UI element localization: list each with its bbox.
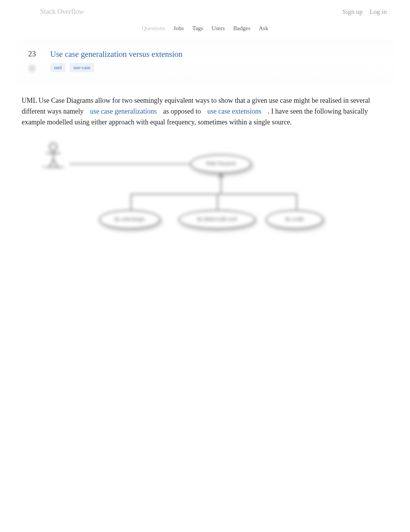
favorite-icon[interactable]	[27, 64, 37, 73]
post-text: UML Use Case Diagrams allow for two seem…	[0, 83, 410, 133]
nav-ask[interactable]: Ask	[259, 25, 268, 32]
connector-line	[220, 173, 222, 194]
sign-up-link[interactable]: Sign up	[342, 8, 363, 16]
usecase-main: Make Payment	[190, 154, 252, 173]
question-title[interactable]: Use case generalization versus extension	[50, 49, 386, 59]
nav-questions[interactable]: Questions	[142, 25, 165, 32]
link-extensions[interactable]: use case extensions	[203, 107, 266, 116]
nav-jobs[interactable]: Jobs	[173, 25, 184, 32]
vote-column: 23	[24, 49, 40, 73]
vote-count: 23	[28, 49, 36, 58]
nav-users[interactable]: Users	[212, 25, 225, 32]
nav-tags[interactable]: Tags	[192, 25, 203, 32]
post-fragment-2: as opposed to	[163, 107, 203, 115]
main-nav: Questions Jobs Tags Users Badges Ask	[0, 20, 410, 39]
connector-line	[130, 194, 297, 195]
actor-icon: Customer	[42, 143, 64, 170]
site-name[interactable]: Stack Overflow	[40, 8, 84, 16]
log-in-link[interactable]: Log in	[369, 8, 387, 16]
question-card: 23 Use case generalization versus extens…	[16, 39, 394, 83]
nav-badges[interactable]: Badges	[233, 25, 250, 32]
tag-uml[interactable]: uml	[50, 63, 66, 72]
usecase-child-3: By credit	[266, 210, 324, 229]
header: Stack Overflow Sign up Log in	[0, 0, 410, 20]
usecase-child-1: By cash/cheque	[99, 210, 161, 229]
connector-line	[217, 195, 218, 210]
question-body: Use case generalization versus extension…	[50, 49, 386, 73]
use-case-diagram: Customer Make Payment By cash/cheque By …	[22, 140, 388, 248]
actor-label: Customer	[42, 164, 64, 170]
auth-links: Sign up Log in	[342, 8, 387, 16]
question-tags: uml use-case	[50, 63, 386, 72]
tag-use-case[interactable]: use-case	[69, 63, 94, 72]
link-generalizations[interactable]: use case generalizations	[85, 107, 161, 116]
usecase-child-2: By debit/credit card	[178, 210, 256, 229]
association-line	[69, 163, 193, 165]
connector-line	[130, 195, 132, 210]
connector-line	[296, 195, 297, 210]
